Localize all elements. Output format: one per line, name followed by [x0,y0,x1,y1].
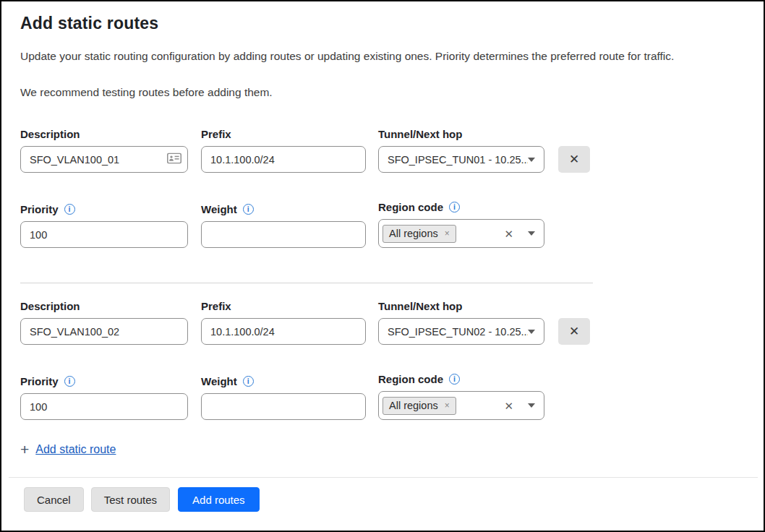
clear-selection-icon[interactable]: ✕ [504,228,513,239]
chevron-down-icon [528,158,535,162]
chip-remove-icon[interactable]: × [445,401,450,410]
info-icon[interactable]: i [64,376,75,387]
cancel-button[interactable]: Cancel [24,487,84,512]
prefix-input[interactable] [201,146,366,173]
info-icon[interactable]: i [449,374,460,385]
remove-route-button[interactable]: ✕ [558,146,590,173]
priority-label: Priority i [20,374,188,388]
page-title: Add static routes [20,13,745,33]
region-code-label: Region code i [378,200,544,214]
tunnel-next-hop-label: Tunnel/Next hop [378,299,544,313]
tunnel-next-hop-value: SFO_IPSEC_TUN01 - 10.25... [388,154,528,166]
prefix-label: Prefix [201,299,366,313]
region-tag-chip: All regions × [382,397,456,415]
weight-input[interactable] [201,221,366,248]
region-code-select[interactable]: All regions × ✕ [378,391,544,420]
weight-input[interactable] [201,393,366,420]
section-divider [20,283,593,283]
close-icon: ✕ [569,153,579,166]
region-code-label: Region code i [378,372,544,386]
region-tag-chip: All regions × [382,225,456,243]
remove-route-button[interactable]: ✕ [558,318,590,345]
priority-label: Priority i [20,202,188,216]
description-label: Description [20,127,188,141]
info-icon[interactable]: i [449,202,460,213]
description-input[interactable] [20,146,188,173]
info-icon[interactable]: i [64,204,75,215]
tunnel-next-hop-value: SFO_IPSEC_TUN02 - 10.25... [388,326,528,338]
add-static-route-row: + Add static route [20,442,745,457]
chevron-down-icon [528,403,535,408]
tunnel-next-hop-select[interactable]: SFO_IPSEC_TUN01 - 10.25... [378,146,544,173]
route-section-1: Description [20,127,745,248]
intro-text: Update your static routing configuration… [20,48,745,64]
chip-remove-icon[interactable]: × [445,229,450,238]
recommendation-text: We recommend testing routes before addin… [20,85,745,100]
tunnel-next-hop-label: Tunnel/Next hop [378,127,544,141]
region-tag-label: All regions [389,400,438,411]
clear-selection-icon[interactable]: ✕ [504,400,513,411]
description-label: Description [20,299,188,313]
test-routes-button[interactable]: Test routes [91,487,170,512]
tunnel-next-hop-select[interactable]: SFO_IPSEC_TUN02 - 10.25... [378,318,544,345]
weight-label: Weight i [201,374,366,388]
dialog-footer: Cancel Test routes Add routes [9,477,758,531]
chevron-down-icon [528,231,535,236]
priority-input[interactable] [20,393,188,420]
contact-card-icon [167,153,181,166]
prefix-input[interactable] [201,318,366,345]
weight-label: Weight i [201,202,366,216]
route-section-2: Description Prefix Tunnel/Next hop SFO_I… [20,299,745,420]
info-icon[interactable]: i [243,204,254,215]
close-icon: ✕ [569,325,579,338]
info-icon[interactable]: i [243,376,254,387]
region-tag-label: All regions [389,228,438,239]
prefix-label: Prefix [201,127,366,141]
priority-input[interactable] [20,221,188,248]
add-static-routes-dialog: Add static routes Update your static rou… [0,0,765,532]
chevron-down-icon [528,330,535,334]
add-static-route-link[interactable]: Add static route [35,443,116,456]
region-code-select[interactable]: All regions × ✕ [378,219,544,248]
plus-icon: + [20,442,29,457]
description-input[interactable] [20,318,188,345]
add-routes-button[interactable]: Add routes [178,487,260,512]
